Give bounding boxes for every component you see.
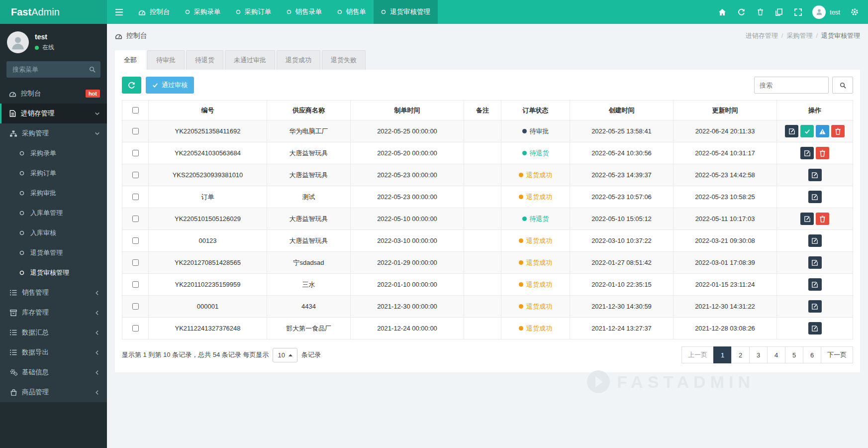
row-checkbox[interactable] (132, 150, 139, 156)
cell-supplier: 大唐益智玩具 (267, 208, 351, 230)
edit-icon (812, 304, 818, 310)
sidebar-item[interactable]: 入库审核 (0, 223, 107, 243)
sidebar-item[interactable]: 退货单管理 (0, 243, 107, 263)
filter-tab[interactable]: 全部 (115, 50, 146, 70)
sidebar-item[interactable]: 控制台hot (0, 84, 107, 104)
row-checkbox[interactable] (132, 194, 139, 200)
cell-remark (464, 252, 501, 274)
filter-tab[interactable]: 退货成功 (277, 50, 320, 70)
approve-selected-button[interactable]: 通过审核 (146, 77, 194, 94)
sidebar-item[interactable]: 进销存管理 (0, 104, 107, 123)
edit-button[interactable] (808, 234, 822, 247)
filter-tab[interactable]: 退货失败 (322, 50, 366, 70)
check-icon (804, 128, 810, 134)
cell-id: YK2205101505126029 (149, 208, 267, 230)
column-header[interactable]: 更新时间 (674, 101, 777, 120)
row-checkbox[interactable] (132, 259, 139, 266)
page-button[interactable]: 2 (731, 346, 750, 363)
filter-tabs: 全部待审批待退货未通过审批退货成功退货失败 (115, 50, 860, 70)
column-header[interactable]: 编号 (149, 101, 267, 120)
table-search (754, 77, 853, 94)
brand-logo[interactable]: FastAdmin (0, 0, 107, 24)
sidebar-item[interactable]: 数据汇总 (0, 323, 107, 342)
sidebar-item[interactable]: 商品管理 (0, 382, 107, 402)
sidebar-item[interactable]: 退货审核管理 (0, 263, 107, 283)
sidebar-item[interactable]: 基础信息 (0, 362, 107, 382)
breadcrumb-item[interactable]: 退货审核管理 (821, 32, 860, 39)
cell-order-time: 2022-05-23 00:00:00 (351, 164, 464, 186)
column-header[interactable]: 备注 (464, 101, 501, 120)
status-dot-icon (519, 326, 523, 331)
topnav-tab[interactable]: 退货审核管理 (374, 0, 438, 24)
page-size-select[interactable]: 10 (273, 348, 297, 362)
column-header[interactable]: 供应商名称 (267, 101, 351, 120)
breadcrumb-item[interactable]: 进销存管理 (746, 32, 778, 39)
column-header[interactable]: 制单时间 (351, 101, 464, 120)
page-button[interactable]: 6 (803, 346, 821, 363)
delete-button[interactable] (831, 125, 845, 137)
row-checkbox[interactable] (132, 325, 139, 332)
delete-button[interactable] (816, 213, 829, 225)
delete-button[interactable] (816, 147, 829, 159)
refresh-button[interactable] (122, 77, 141, 94)
select-all-checkbox[interactable] (132, 107, 139, 113)
sidebar-toggle-button[interactable] (107, 0, 131, 24)
trash-button[interactable] (751, 0, 770, 24)
page-button[interactable]: 3 (749, 346, 768, 363)
sidebar-item[interactable]: 采购订单 (0, 163, 107, 183)
edit-button[interactable] (800, 147, 814, 159)
sidebar-item[interactable]: 销售管理 (0, 283, 107, 303)
sidebar-item[interactable]: 采购审批 (0, 183, 107, 203)
column-header[interactable]: 创建时间 (570, 101, 674, 120)
row-checkbox[interactable] (132, 237, 139, 244)
sidebar-item[interactable]: 采购录单 (0, 143, 107, 163)
home-button[interactable] (713, 0, 732, 24)
page-button[interactable]: 5 (785, 346, 803, 363)
sidebar-item[interactable]: 数据导出 (0, 342, 107, 362)
files-button[interactable] (770, 0, 788, 24)
edit-button[interactable] (808, 278, 822, 291)
topnav-tab[interactable]: 采购订单 (228, 0, 279, 24)
search-input[interactable] (754, 77, 829, 94)
table-header-row: 编号供应商名称制单时间备注订单状态创建时间更新时间操作 (122, 101, 853, 120)
edit-button[interactable] (785, 125, 798, 137)
row-checkbox[interactable] (132, 281, 139, 288)
filter-tab[interactable]: 未通过审批 (225, 50, 275, 70)
menu-search-input[interactable] (6, 61, 100, 78)
approve-button[interactable] (800, 125, 814, 137)
refresh-button[interactable] (732, 0, 751, 24)
fullscreen-button[interactable] (788, 0, 807, 24)
page-button[interactable]: 1 (713, 346, 732, 363)
column-header[interactable]: 订单状态 (501, 101, 570, 120)
warning-button[interactable] (816, 125, 829, 137)
cell-status: 退货成功 (501, 296, 570, 318)
filter-tab[interactable]: 待审批 (147, 50, 185, 70)
filter-tab[interactable]: 待退货 (186, 50, 223, 70)
page-button[interactable]: 上一页 (681, 346, 714, 363)
breadcrumb-item[interactable]: 采购管理 (786, 32, 812, 39)
settings-button[interactable] (845, 0, 864, 24)
edit-button[interactable] (800, 213, 814, 225)
row-checkbox[interactable] (132, 128, 139, 134)
edit-button[interactable] (808, 300, 822, 313)
column-header[interactable]: 操作 (777, 101, 853, 120)
search-button[interactable] (832, 77, 853, 94)
sidebar-item[interactable]: 入库单管理 (0, 203, 107, 223)
edit-button[interactable] (808, 191, 822, 203)
page-button[interactable]: 下一页 (821, 346, 853, 363)
edit-button[interactable] (808, 169, 822, 181)
user-menu[interactable]: test (807, 0, 845, 24)
topnav-tab[interactable]: 销售单 (330, 0, 374, 24)
sidebar-item[interactable]: 采购管理 (0, 123, 107, 143)
row-checkbox[interactable] (132, 172, 139, 178)
sidebar-item[interactable]: 库存管理 (0, 303, 107, 323)
row-checkbox[interactable] (132, 303, 139, 310)
topnav-tab[interactable]: 控制台 (131, 0, 178, 24)
status-dot-icon (519, 260, 523, 265)
topnav-tab[interactable]: 采购录单 (178, 0, 228, 24)
page-button[interactable]: 4 (767, 346, 785, 363)
edit-button[interactable] (808, 322, 822, 335)
row-checkbox[interactable] (132, 216, 139, 222)
edit-button[interactable] (808, 256, 822, 269)
topnav-tab[interactable]: 销售录单 (279, 0, 330, 24)
